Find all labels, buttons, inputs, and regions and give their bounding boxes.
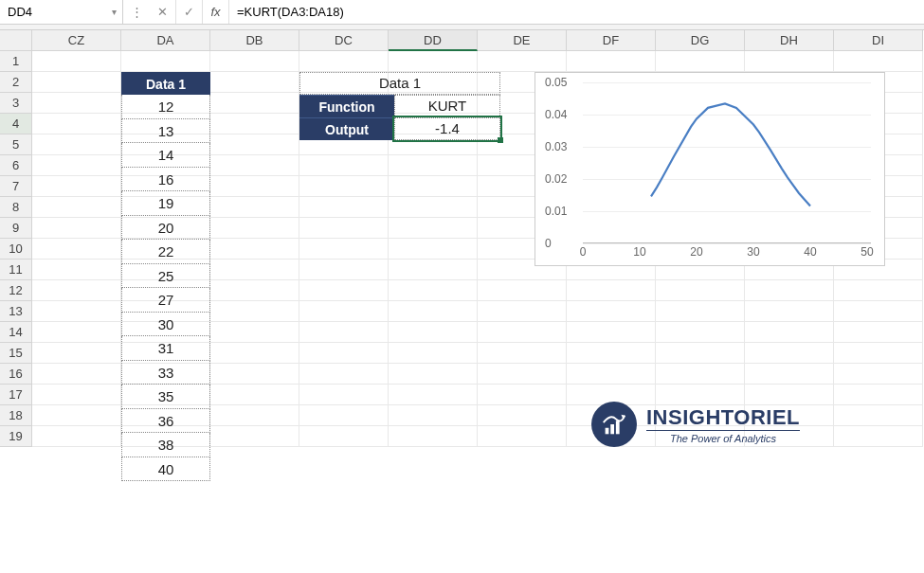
cell[interactable]: [834, 301, 923, 322]
cell[interactable]: [299, 280, 389, 301]
data1-cell[interactable]: 20: [121, 216, 210, 241]
cell[interactable]: [478, 343, 567, 364]
cell[interactable]: [745, 364, 834, 385]
data1-cell[interactable]: 30: [121, 313, 210, 337]
selection-handle[interactable]: [498, 137, 503, 143]
enter-icon[interactable]: ✓: [176, 0, 203, 24]
cell[interactable]: [389, 322, 478, 343]
cell[interactable]: [299, 176, 389, 197]
cell[interactable]: [299, 322, 389, 343]
column-header-DH[interactable]: DH: [745, 30, 834, 51]
cell[interactable]: [210, 239, 299, 260]
cell[interactable]: [567, 343, 656, 364]
cell[interactable]: [210, 72, 299, 93]
row-header-14[interactable]: 14: [0, 322, 32, 343]
cell[interactable]: [210, 134, 299, 155]
cell[interactable]: [567, 301, 656, 322]
cell[interactable]: [32, 72, 121, 93]
row-header-17[interactable]: 17: [0, 385, 32, 405]
cell[interactable]: [210, 51, 299, 72]
cell[interactable]: [121, 51, 210, 72]
cell[interactable]: [389, 280, 478, 301]
data1-cell[interactable]: 25: [121, 264, 210, 289]
column-header-DE[interactable]: DE: [478, 30, 567, 51]
column-header-DB[interactable]: DB: [210, 30, 299, 51]
data1-cell[interactable]: 13: [121, 119, 210, 144]
cell[interactable]: [478, 322, 567, 343]
row-header-3[interactable]: 3: [0, 93, 32, 114]
cell[interactable]: [478, 364, 567, 385]
cell[interactable]: [834, 405, 923, 426]
cell[interactable]: [567, 364, 656, 385]
cell[interactable]: [745, 280, 834, 301]
cell[interactable]: [389, 260, 478, 280]
cell[interactable]: [210, 260, 299, 280]
cell[interactable]: [389, 343, 478, 364]
chevron-down-icon[interactable]: ▾: [112, 7, 117, 17]
cell[interactable]: [478, 280, 567, 301]
row-header-2[interactable]: 2: [0, 72, 32, 93]
cell[interactable]: [656, 280, 745, 301]
cell[interactable]: [389, 239, 478, 260]
cell[interactable]: [210, 155, 299, 176]
chart[interactable]: 00.010.020.030.040.0501020304050: [534, 72, 885, 266]
cell[interactable]: [299, 301, 389, 322]
cell[interactable]: [834, 322, 923, 343]
select-all-corner[interactable]: [0, 30, 32, 51]
fx-icon[interactable]: fx: [203, 0, 229, 24]
cell[interactable]: [299, 218, 389, 239]
data1-cell[interactable]: 31: [121, 336, 210, 361]
cell[interactable]: [32, 280, 121, 301]
cell[interactable]: [389, 176, 478, 197]
cell[interactable]: [210, 114, 299, 134]
cell[interactable]: [389, 426, 478, 447]
row-header-8[interactable]: 8: [0, 197, 32, 218]
row-header-19[interactable]: 19: [0, 426, 32, 447]
cell[interactable]: [299, 260, 389, 280]
cell[interactable]: [478, 405, 567, 426]
cell[interactable]: [745, 51, 834, 72]
cell[interactable]: [834, 343, 923, 364]
name-box[interactable]: ▾: [0, 0, 123, 24]
row-header-6[interactable]: 6: [0, 155, 32, 176]
row-header-7[interactable]: 7: [0, 176, 32, 197]
column-header-DD[interactable]: DD: [389, 30, 478, 51]
row-header-11[interactable]: 11: [0, 260, 32, 280]
cell[interactable]: [210, 176, 299, 197]
cell[interactable]: [210, 426, 299, 447]
cell[interactable]: [210, 343, 299, 364]
row-header-4[interactable]: 4: [0, 114, 32, 134]
cell[interactable]: [745, 322, 834, 343]
cell[interactable]: [32, 114, 121, 134]
cell[interactable]: [299, 239, 389, 260]
row-header-1[interactable]: 1: [0, 51, 32, 72]
cell[interactable]: [32, 218, 121, 239]
cell[interactable]: [834, 280, 923, 301]
cell[interactable]: [32, 197, 121, 218]
cell[interactable]: [478, 426, 567, 447]
column-header-DG[interactable]: DG: [656, 30, 745, 51]
cell[interactable]: [210, 405, 299, 426]
more-icon[interactable]: ⋮: [123, 0, 150, 24]
data1-cell[interactable]: 14: [121, 143, 210, 168]
cell[interactable]: [389, 364, 478, 385]
cell[interactable]: [299, 343, 389, 364]
cell[interactable]: [32, 51, 121, 72]
cell[interactable]: [656, 322, 745, 343]
data1-cell[interactable]: 38: [121, 433, 210, 457]
row-header-16[interactable]: 16: [0, 364, 32, 385]
column-header-DF[interactable]: DF: [567, 30, 656, 51]
ftable-output-value[interactable]: -1.4: [394, 117, 500, 140]
row-header-12[interactable]: 12: [0, 280, 32, 301]
cell[interactable]: [834, 364, 923, 385]
cell[interactable]: [656, 51, 745, 72]
row-header-9[interactable]: 9: [0, 218, 32, 239]
data1-cell[interactable]: 16: [121, 168, 210, 192]
cell[interactable]: [32, 134, 121, 155]
cell[interactable]: [299, 197, 389, 218]
cell[interactable]: [745, 343, 834, 364]
data1-cell[interactable]: 33: [121, 361, 210, 385]
row-header-10[interactable]: 10: [0, 239, 32, 260]
cell[interactable]: [299, 426, 389, 447]
cell[interactable]: [478, 301, 567, 322]
